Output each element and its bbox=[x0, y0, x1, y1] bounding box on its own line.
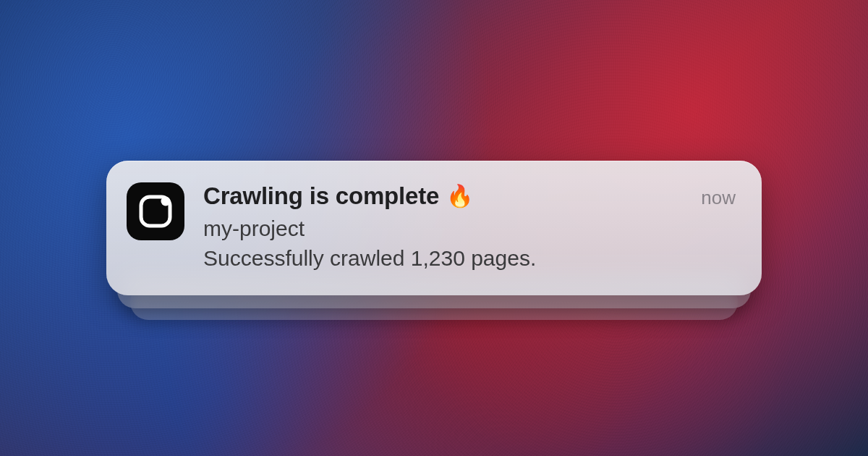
notification-stack: Crawling is complete 🔥 now my-project Su… bbox=[106, 161, 762, 295]
notification-timestamp: now bbox=[701, 184, 736, 209]
notification-card[interactable]: Crawling is complete 🔥 now my-project Su… bbox=[106, 161, 762, 295]
notification-title: Crawling is complete 🔥 bbox=[203, 182, 473, 210]
notification-content: Crawling is complete 🔥 now my-project Su… bbox=[203, 181, 736, 273]
notification-body: Successfully crawled 1,230 pages. bbox=[203, 244, 736, 274]
app-icon bbox=[127, 182, 184, 240]
notification-title-text: Crawling is complete bbox=[203, 182, 439, 210]
svg-point-1 bbox=[161, 197, 171, 206]
fire-icon: 🔥 bbox=[446, 185, 473, 207]
notification-header-row: Crawling is complete 🔥 now bbox=[203, 182, 736, 210]
notification-app-name: my-project bbox=[203, 214, 736, 242]
app-glyph-icon bbox=[136, 192, 175, 231]
